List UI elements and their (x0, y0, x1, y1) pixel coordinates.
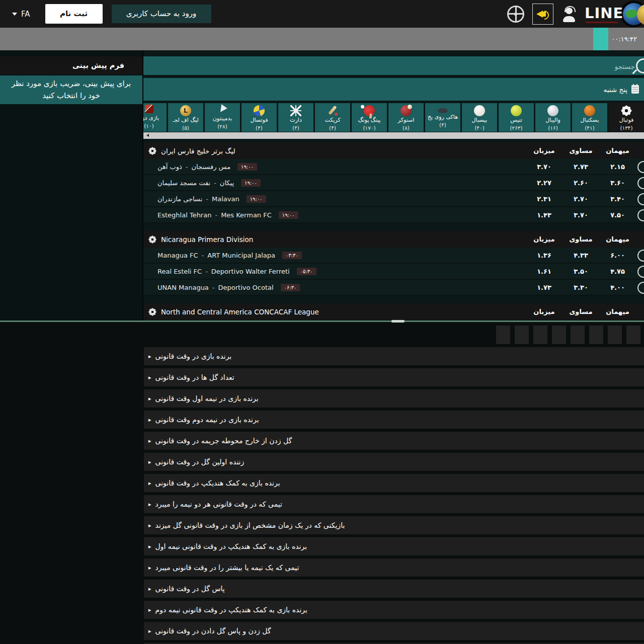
sport-tab[interactable]: بازی دوتا (۱۰) (143, 103, 167, 132)
odds-value[interactable]: ۲.۷۳ (562, 163, 599, 171)
sport-name: بازی دوتا (143, 115, 167, 121)
market-row[interactable]: ▸ برنده بازی به کمک هندیکپ در وقت قانونی (144, 474, 644, 492)
announcements-button[interactable] (532, 4, 553, 25)
sport-tab[interactable]: لیگ اف لجـ (۵) (168, 103, 203, 132)
sport-tab[interactable]: هاکی روی یخ (۴) (425, 103, 460, 132)
sport-tab[interactable]: فوتسال (۴) (242, 103, 277, 132)
date-bar[interactable]: پنج شنبه (143, 78, 644, 101)
match-row: Esteghlal Tehran - Mes Kerman FC ۱۹:۰۰ ۱… (143, 207, 644, 223)
match-more-icon[interactable] (637, 266, 644, 278)
match-more-icon[interactable] (637, 177, 644, 189)
match-more-icon[interactable] (637, 250, 644, 262)
sport-tab[interactable]: دارت (۴) (278, 103, 313, 132)
market-row[interactable]: ▸ تیمی که یک نیمه یا بیشتر را در وقت قان… (144, 558, 644, 577)
site-logo[interactable]: LINE (585, 0, 644, 28)
league-header[interactable]: Nicaragua Primera Division میزبانمساویمی… (143, 231, 644, 248)
match-more-icon[interactable] (637, 193, 644, 205)
odds-value[interactable]: ۲.۱۵ (599, 163, 636, 171)
match-more-icon[interactable] (637, 161, 644, 173)
market-row[interactable]: ▸ تعداد گل ها در وقت قانونی (144, 368, 644, 386)
sport-tab[interactable]: والیبال (۱۶) (535, 103, 571, 132)
odds-value[interactable]: ۴.۳۳ (562, 252, 599, 259)
sport-tab[interactable]: فوتبال (۱۳۴) (609, 103, 644, 132)
filter-tab[interactable] (589, 326, 603, 344)
odds-value[interactable]: ۲.۷۰ (562, 195, 599, 203)
nav-item[interactable] (563, 28, 578, 50)
odds-value[interactable]: ۶.۰۰ (599, 252, 636, 259)
panel-divider-handle[interactable] (0, 320, 644, 322)
market-row[interactable]: ▸ برنده بازی به کمک هندیکپ در وقت قانونی… (144, 601, 644, 619)
nav-item[interactable] (488, 28, 503, 50)
odds-value[interactable]: ۱.۴۳ (526, 211, 562, 219)
nav-item[interactable] (457, 28, 472, 50)
search-icon[interactable] (636, 58, 644, 73)
casino-wheel-icon[interactable] (507, 6, 524, 23)
filter-tab[interactable] (496, 326, 510, 344)
login-button[interactable]: ورود به حساب کاربری (112, 5, 211, 23)
odds-value[interactable]: ۲.۳۱ (526, 195, 562, 203)
sport-tab[interactable]: بیسبال (۴۰) (462, 103, 497, 132)
market-row[interactable]: ▸ زننده اولین گل در وقت قانونی (144, 453, 644, 471)
filter-tab[interactable] (533, 326, 547, 344)
sport-tab[interactable]: تنیس (۲۶۳) (499, 103, 534, 132)
odds-value[interactable]: ۲.۶۰ (562, 179, 599, 187)
sport-tab[interactable]: پینگ پونگ (۱۷۰) (352, 103, 387, 132)
market-row[interactable]: ▸ تیمی که در وقت قانونی هر دو نیمه را می… (144, 495, 644, 513)
nav-item[interactable] (593, 28, 608, 50)
sport-name: دارت (278, 117, 313, 123)
odds-value[interactable]: ۲.۲۷ (526, 179, 562, 187)
odds-column-headers: میزبانمساویمیهمان (526, 231, 636, 248)
nav-item[interactable] (578, 28, 593, 50)
odds-value[interactable]: ۴.۷۵ (599, 268, 636, 275)
league-header[interactable]: لیگ برتر خلیج فارس ایران میزبانمساویمیهم… (143, 142, 644, 159)
expand-arrow-icon: ▸ (148, 586, 151, 592)
market-row[interactable]: ▸ پاس گل در وقت قانونی (144, 580, 644, 598)
filter-tab[interactable] (608, 326, 622, 344)
odds-value[interactable]: ۴.۰۰ (599, 284, 636, 291)
nav-item[interactable] (518, 28, 533, 50)
odds-value[interactable]: ۳.۷۰ (526, 163, 562, 171)
nav-item[interactable] (548, 28, 563, 50)
sport-tab[interactable]: اسنوکر (۸) (388, 103, 424, 132)
odds-value[interactable]: ۳.۳۰ (562, 284, 599, 291)
market-row[interactable]: ▸ برنده بازی در وقت قانونی (144, 347, 644, 365)
support-icon[interactable] (560, 5, 578, 23)
match-more-icon[interactable] (637, 282, 644, 294)
sport-tab[interactable]: بسکتبال (۴۱) (572, 103, 607, 132)
market-row[interactable]: ▸ برنده بازی در نیمه اول وقت قانونی (144, 389, 644, 408)
market-row[interactable]: ▸ بازیکنی که در یک زمان مشخص از بازی در … (144, 516, 644, 534)
nav-item[interactable] (472, 28, 488, 50)
odds-value[interactable]: ۷.۵۰ (599, 211, 636, 219)
filter-tab[interactable] (515, 326, 529, 344)
filter-tab[interactable] (552, 326, 566, 344)
odds-value[interactable]: ۱.۷۳ (526, 284, 562, 291)
odds-value[interactable]: ۱.۳۶ (526, 252, 562, 259)
filter-tab[interactable] (571, 326, 585, 344)
market-row[interactable]: ▸ برنده بازی به کمک هندیکپ در وقت قانونی… (144, 537, 644, 555)
sport-count: (۱۷۰) (352, 125, 387, 131)
market-row[interactable]: ▸ گل زدن از خارج محوطه جریمه در وقت قانو… (144, 432, 644, 450)
sport-name: فوتبال (609, 117, 644, 123)
odds-value[interactable]: ۳.۷۰ (562, 211, 599, 219)
search-input[interactable] (473, 56, 636, 76)
team-separator: - (206, 195, 208, 203)
league-header[interactable]: North and Central America CONCACAF Leagu… (143, 303, 644, 320)
sport-tab[interactable]: کریکت (۴) (315, 103, 350, 132)
language-selector[interactable]: FA (12, 10, 30, 19)
filter-tab[interactable] (626, 326, 640, 344)
leagues-list: لیگ برتر خلیج فارس ایران میزبانمساویمیهم… (143, 142, 644, 328)
odds-value[interactable]: ۱.۶۱ (526, 268, 562, 275)
sports-scrollbar[interactable] (143, 132, 644, 139)
sport-icon (438, 108, 448, 113)
match-more-icon[interactable] (637, 209, 644, 221)
odds-value[interactable]: ۳.۵۰ (562, 268, 599, 275)
register-button[interactable]: ثبت نام (45, 4, 103, 24)
odds-value[interactable]: ۳.۶۰ (599, 179, 636, 187)
market-row[interactable]: ▸ گل زدن و پاس گل دادن در وقت قانونی (144, 622, 644, 640)
market-label: تیمی که در وقت قانونی هر دو نیمه را میبر… (155, 500, 282, 508)
nav-item[interactable] (503, 28, 518, 50)
nav-item[interactable] (533, 28, 548, 50)
odds-value[interactable]: ۳.۴۰ (599, 195, 636, 203)
market-row[interactable]: ▸ برنده بازی در نیمه دوم وقت قانونی (144, 411, 644, 429)
sport-tab[interactable]: بدمینتون (۲۸) (205, 103, 240, 132)
